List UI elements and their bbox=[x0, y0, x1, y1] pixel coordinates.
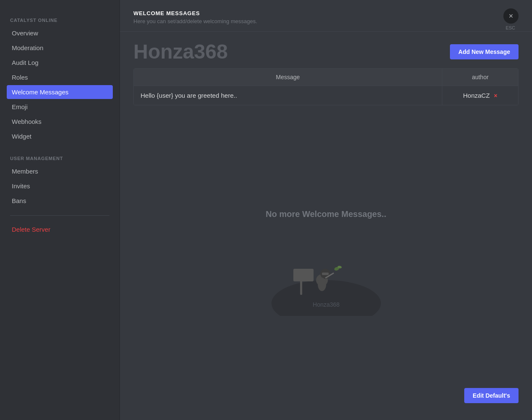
sidebar-item-invites[interactable]: Invites bbox=[7, 179, 113, 193]
sidebar-item-webhooks[interactable]: Webhooks bbox=[7, 115, 113, 128]
svg-rect-3 bbox=[293, 269, 314, 281]
sidebar-item-audit-log[interactable]: Audit Log bbox=[7, 56, 113, 70]
message-cell: Hello {user} you are greeted here.. bbox=[134, 86, 442, 105]
svg-rect-6 bbox=[322, 273, 329, 275]
svg-point-7 bbox=[318, 278, 326, 291]
svg-text:Honza368: Honza368 bbox=[313, 301, 340, 308]
esc-label: ESC bbox=[505, 25, 515, 30]
delete-row-button[interactable]: × bbox=[494, 92, 497, 99]
main-content: WELCOME MESSAGES Here you can set/add/de… bbox=[120, 0, 532, 420]
page-title: WELCOME MESSAGES bbox=[133, 10, 519, 16]
close-button[interactable]: × bbox=[503, 8, 519, 24]
sidebar-item-members[interactable]: Members bbox=[7, 164, 113, 178]
content-area: Honza368 Add New Message Message author … bbox=[120, 32, 532, 420]
empty-state-text: No more Welcome Messages.. bbox=[266, 209, 386, 219]
page-header: WELCOME MESSAGES Here you can set/add/de… bbox=[120, 0, 532, 32]
sidebar-item-moderation[interactable]: Moderation bbox=[7, 41, 113, 55]
sidebar-item-welcome-messages[interactable]: Welcome Messages bbox=[7, 85, 113, 99]
sidebar-item-overview[interactable]: Overview bbox=[7, 26, 113, 40]
server-name-section: Honza368 Add New Message bbox=[120, 32, 532, 68]
table-header: Message author bbox=[134, 69, 518, 86]
svg-point-0 bbox=[271, 280, 381, 316]
author-cell: HonzaCZ × bbox=[442, 86, 518, 105]
sidebar-server-label: CATALYST ONLINE bbox=[7, 18, 113, 23]
table-row: Hello {user} you are greeted here.. Honz… bbox=[134, 86, 518, 105]
author-name: HonzaCZ bbox=[463, 92, 489, 99]
table-header-author: author bbox=[442, 69, 518, 86]
page-subtitle: Here you can set/add/delete welcoming me… bbox=[133, 18, 519, 24]
messages-table: Message author Hello {user} you are gree… bbox=[133, 68, 519, 105]
add-new-message-button[interactable]: Add New Message bbox=[450, 44, 519, 59]
table-header-message: Message bbox=[134, 69, 442, 86]
sidebar-item-widget[interactable]: Widget bbox=[7, 129, 113, 143]
sidebar-item-emoji[interactable]: Emoji bbox=[7, 100, 113, 114]
user-management-label: USER MANAGEMENT bbox=[7, 156, 113, 161]
server-name: Honza368 bbox=[133, 40, 228, 63]
empty-state-illustration: Honza368 bbox=[263, 232, 389, 316]
delete-server-button[interactable]: Delete Server bbox=[7, 222, 113, 236]
edit-defaults-button[interactable]: Edit Default's bbox=[464, 388, 519, 403]
sidebar-divider bbox=[10, 215, 109, 216]
empty-state: No more Welcome Messages.. Honza368 bbox=[120, 105, 532, 420]
sidebar: CATALYST ONLINE Overview Moderation Audi… bbox=[0, 0, 120, 420]
sidebar-item-roles[interactable]: Roles bbox=[7, 70, 113, 84]
sidebar-item-bans[interactable]: Bans bbox=[7, 194, 113, 208]
